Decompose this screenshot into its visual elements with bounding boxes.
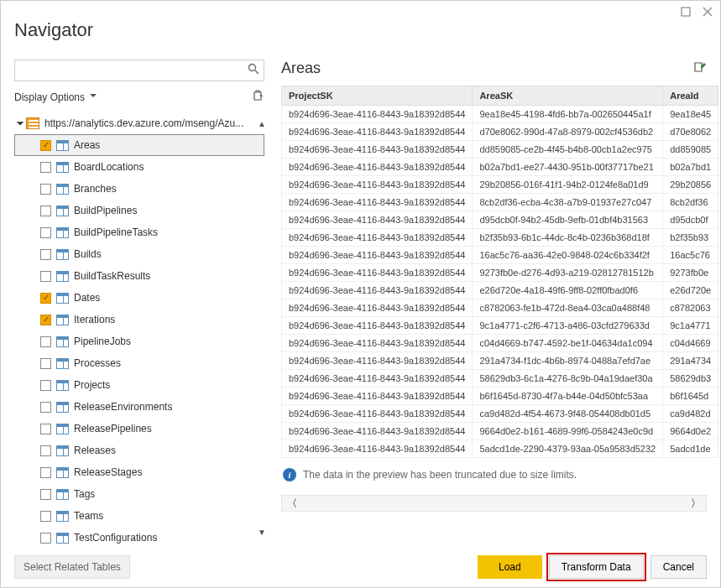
tree-item-buildpipelines[interactable]: BuildPipelines — [14, 200, 264, 221]
tree-item-label: Iterations — [74, 314, 115, 325]
table-row[interactable]: b924d696-3eae-4116-8443-9a18392d85445862… — [282, 370, 718, 388]
tree-item-dates[interactable]: Dates — [14, 287, 264, 309]
table-icon — [56, 227, 69, 238]
table-row[interactable]: b924d696-3eae-4116-8443-9a18392d8544d70e… — [282, 123, 718, 141]
table-icon — [56, 184, 69, 195]
table-row[interactable]: b924d696-3eae-4116-8443-9a18392d85448cb2… — [282, 194, 718, 211]
tree-item-releases[interactable]: Releases — [14, 440, 264, 461]
table-row[interactable]: b924d696-3eae-4116-8443-9a18392d8544b2f3… — [282, 229, 718, 247]
table-row[interactable]: b924d696-3eae-4116-8443-9a18392d85449c1a… — [282, 317, 718, 335]
checkbox[interactable] — [40, 511, 51, 522]
tree-item-releaseenvironments[interactable]: ReleaseEnvironments — [14, 396, 264, 418]
maximize-icon[interactable] — [678, 4, 693, 19]
navigator-tree[interactable]: https://analytics.dev.azure.com/mseng/Az… — [14, 112, 264, 544]
table-row[interactable]: b924d696-3eae-4116-8443-9a18392d854416ac… — [282, 247, 718, 264]
checkbox[interactable] — [40, 336, 51, 347]
table-row[interactable]: b924d696-3eae-4116-8443-9a18392d854429b2… — [282, 176, 718, 194]
table-row[interactable]: b924d696-3eae-4116-8443-9a18392d8544dd85… — [282, 141, 718, 159]
table-icon — [56, 162, 69, 173]
refresh-icon[interactable] — [253, 90, 264, 104]
display-options-dropdown[interactable]: Display Options — [14, 91, 97, 103]
tree-item-label: BuildPipelines — [74, 205, 137, 216]
tree-item-label: Teams — [74, 510, 103, 522]
scroll-right-icon[interactable]: 〉 — [691, 497, 701, 511]
table-icon — [56, 315, 69, 325]
tree-scrollbar[interactable]: ▲ ▼ — [256, 119, 264, 537]
checkbox[interactable] — [40, 467, 51, 478]
transform-data-button[interactable]: Transform Data — [549, 555, 644, 579]
table-row[interactable]: b924d696-3eae-4116-8443-9a18392d85449664… — [282, 423, 718, 440]
search-icon[interactable] — [248, 63, 259, 77]
table-row[interactable]: b924d696-3eae-4116-8443-9a18392d85445adc… — [282, 440, 718, 458]
checkbox[interactable] — [40, 227, 51, 238]
tree-item-releasepipelines[interactable]: ReleasePipelines — [14, 418, 264, 440]
checkbox[interactable] — [40, 402, 51, 413]
tree-item-label: Builds — [74, 248, 102, 260]
tree-item-iterations[interactable]: Iterations — [14, 309, 264, 330]
close-icon[interactable] — [700, 4, 715, 19]
table-row[interactable]: b924d696-3eae-4116-8443-9a18392d8544ca9d… — [282, 405, 718, 423]
cancel-button[interactable]: Cancel — [650, 555, 707, 579]
tree-item-boardlocations[interactable]: BoardLocations — [14, 156, 264, 178]
tree-item-areas[interactable]: Areas — [14, 134, 264, 156]
tree-item-buildtaskresults[interactable]: BuildTaskResults — [14, 265, 264, 287]
tree-item-builds[interactable]: Builds — [14, 243, 264, 265]
checkbox[interactable] — [40, 271, 51, 282]
tree-item-teams[interactable]: Teams — [14, 505, 264, 527]
checkbox[interactable] — [40, 315, 51, 325]
tree-item-label: ReleasePipelines — [74, 423, 152, 434]
table-row[interactable]: b924d696-3eae-4116-8443-9a18392d8544b02a… — [282, 159, 718, 176]
checkbox[interactable] — [40, 293, 51, 304]
table-icon — [56, 336, 69, 347]
scroll-up-icon[interactable]: ▲ — [256, 119, 264, 128]
horizontal-scrollbar[interactable]: 〈 〉 — [281, 495, 707, 512]
preview-table: ProjectSKAreaSKAreaId b924d696-3eae-4116… — [281, 86, 718, 458]
checkbox[interactable] — [40, 358, 51, 369]
tree-item-pipelinejobs[interactable]: PipelineJobs — [14, 330, 264, 352]
table-row[interactable]: b924d696-3eae-4116-8443-9a18392d8544d95d… — [282, 211, 718, 229]
search-input[interactable] — [14, 60, 264, 81]
tree-source-node[interactable]: https://analytics.dev.azure.com/mseng/Az… — [14, 112, 264, 134]
tree-item-testconfigurations[interactable]: TestConfigurations — [14, 527, 264, 544]
table-icon — [56, 489, 69, 500]
table-row[interactable]: b924d696-3eae-4116-8443-9a18392d85449273… — [282, 264, 718, 282]
checkbox[interactable] — [40, 249, 51, 260]
table-icon — [56, 402, 69, 413]
table-row[interactable]: b924d696-3eae-4116-8443-9a18392d8544c04d… — [282, 335, 718, 352]
checkbox[interactable] — [40, 380, 51, 391]
table-row[interactable]: b924d696-3eae-4116-8443-9a18392d8544291a… — [282, 352, 718, 370]
tree-item-buildpipelinetasks[interactable]: BuildPipelineTasks — [14, 221, 264, 243]
table-row[interactable]: b924d696-3eae-4116-8443-9a18392d8544b6f1… — [282, 388, 718, 405]
tree-item-releasestages[interactable]: ReleaseStages — [14, 461, 264, 483]
checkbox[interactable] — [40, 162, 51, 173]
table-row[interactable]: b924d696-3eae-4116-8443-9a18392d8544c878… — [282, 299, 718, 317]
checkbox[interactable] — [40, 184, 51, 195]
column-header[interactable]: AreaSK — [473, 86, 663, 106]
truncation-notice: i The data in the preview has been trunc… — [281, 458, 707, 492]
checkbox[interactable] — [40, 445, 51, 456]
column-header[interactable]: ProjectSK — [282, 86, 473, 106]
select-related-tables-button[interactable]: Select Related Tables — [14, 555, 130, 579]
table-row[interactable]: b924d696-3eae-4116-8443-9a18392d85449ea1… — [282, 106, 718, 123]
table-row[interactable]: b924d696-3eae-4116-8443-9a18392d8544e26d… — [282, 282, 718, 299]
checkbox[interactable] — [40, 424, 51, 434]
checkbox[interactable] — [40, 533, 51, 544]
preview-title: Areas — [281, 60, 321, 77]
tree-item-projects[interactable]: Projects — [14, 374, 264, 396]
tree-item-branches[interactable]: Branches — [14, 178, 264, 200]
edit-query-icon[interactable] — [693, 60, 707, 77]
checkbox[interactable] — [40, 140, 51, 151]
scroll-left-icon[interactable]: 〈 — [287, 497, 297, 511]
scroll-down-icon[interactable]: ▼ — [256, 528, 264, 537]
checkbox[interactable] — [40, 489, 51, 500]
load-button[interactable]: Load — [478, 555, 542, 579]
info-icon: i — [283, 468, 296, 481]
table-icon — [56, 206, 69, 216]
column-header[interactable]: AreaId — [663, 86, 718, 106]
tree-item-tags[interactable]: Tags — [14, 483, 264, 505]
tree-item-label: ReleaseStages — [74, 466, 142, 478]
checkbox[interactable] — [40, 206, 51, 216]
tree-item-label: Releases — [74, 445, 116, 456]
tree-item-processes[interactable]: Processes — [14, 352, 264, 374]
expand-icon[interactable] — [17, 118, 24, 125]
